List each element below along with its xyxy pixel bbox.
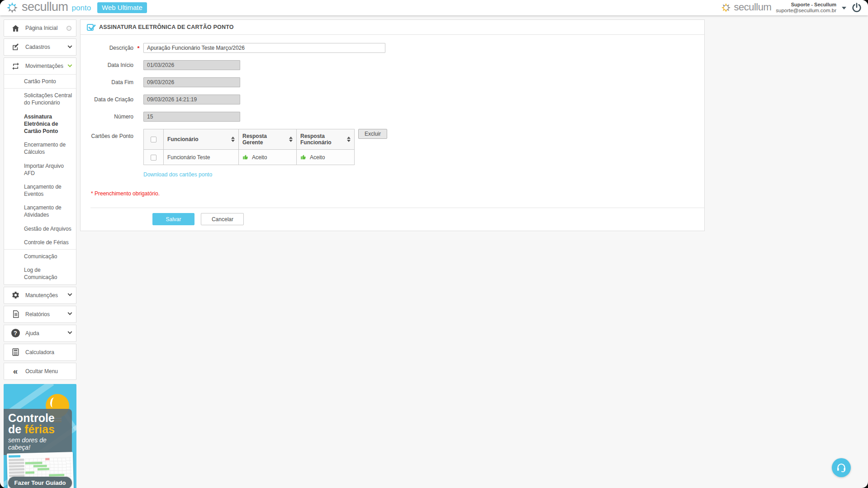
sidebar-item-manutencoes[interactable]: Manutenções	[4, 287, 76, 303]
banner-title-line2: de férias	[8, 424, 68, 436]
cell-resposta-funcionario: Aceito	[297, 150, 355, 165]
headset-icon	[836, 462, 847, 473]
column-header-funcionario[interactable]: Funcionário	[167, 136, 228, 142]
assinatura-panel: ASSINATURA ELETRÔNICA DE CARTÃO PONTO De…	[80, 19, 705, 231]
field-label-data-fim: Data Fim	[90, 79, 133, 85]
cartoes-table: Funcionário Resposta Gerente	[143, 129, 355, 165]
sidebar-item-comunicacao[interactable]: Comunicação	[4, 250, 76, 263]
account-brand-name: secullum	[734, 1, 771, 13]
collapse-menu-icon: «	[11, 367, 20, 376]
app-window: secullum ponto Web Ultimate	[0, 0, 868, 488]
sidebar-item-label: Manutenções	[25, 292, 68, 298]
chevron-down-icon	[68, 311, 72, 315]
sort-icon[interactable]	[231, 137, 235, 142]
document-icon	[11, 310, 20, 319]
sidebar-item-label: Página Inicial	[25, 25, 66, 31]
sidebar-item-cadastros[interactable]: Cadastros	[4, 39, 76, 55]
brand-badge: Web Ultimate	[97, 2, 147, 13]
sidebar-item-ajuda[interactable]: ? Ajuda	[4, 325, 76, 341]
banner-title-line1: Controle	[8, 412, 68, 424]
brand-name: secullum	[22, 1, 68, 13]
repeat-icon	[11, 62, 20, 71]
sidebar-item-relatorios[interactable]: Relatórios	[4, 306, 76, 322]
sidebar-item-lancamento-atividades[interactable]: Lançamento de Atividades	[4, 201, 76, 222]
sidebar-item-label: Calculadora	[25, 349, 71, 355]
sidebar-item-label: Cadastros	[25, 44, 68, 50]
sidebar-item-solicitacoes[interactable]: Solicitações Central do Funcionário	[4, 89, 76, 109]
chevron-down-icon	[68, 292, 72, 296]
user-menu-chevron-icon[interactable]	[842, 7, 846, 9]
salvar-button[interactable]: Salvar	[152, 213, 194, 225]
logout-button[interactable]	[851, 2, 863, 14]
column-header-resposta-funcionario[interactable]: Resposta Funcionário	[300, 133, 344, 146]
sidebar-item-label: Ajuda	[25, 330, 68, 336]
chevron-down-icon	[68, 43, 72, 48]
page-title: ASSINATURA ELETRÔNICA DE CARTÃO PONTO	[99, 24, 234, 30]
sidebar-item-lancamento-eventos[interactable]: Lançamento de Eventos	[4, 180, 76, 201]
sidebar-item-cartao-ponto[interactable]: Cartão Ponto	[4, 75, 76, 88]
secullum-star-icon	[721, 3, 731, 13]
user-menu[interactable]: Suporte - Secullum suporte@secullum.com.…	[776, 2, 836, 14]
tour-button[interactable]: Fazer Tour Guiado	[8, 477, 72, 488]
sidebar-item-encerramento[interactable]: Encerramento de Cálculos	[4, 138, 76, 159]
home-settings-icon[interactable]	[66, 26, 71, 31]
data-inicio-input	[143, 60, 240, 70]
gear-icon	[11, 291, 20, 300]
field-label-cartoes: Cartões de Ponto	[90, 129, 133, 139]
sidebar-item-movimentacoes[interactable]: Movimentações	[4, 58, 76, 74]
main-content: ASSINATURA ELETRÔNICA DE CARTÃO PONTO De…	[80, 19, 863, 231]
brand-product: ponto	[72, 4, 91, 13]
thumbs-up-icon	[242, 154, 249, 160]
power-icon	[851, 2, 862, 13]
sidebar-item-ocultar-menu[interactable]: « Ocultar Menu	[4, 363, 76, 379]
table-row: Funcionário Teste Aceito Aceito	[144, 150, 355, 165]
account-brand-logo: secullum	[721, 2, 771, 13]
data-criacao-input	[143, 95, 240, 104]
cell-funcionario: Funcionário Teste	[164, 150, 239, 165]
sort-icon[interactable]	[347, 137, 351, 142]
sidebar-item-calculadora[interactable]: Calculadora	[4, 344, 76, 360]
row-checkbox[interactable]	[151, 155, 157, 161]
edit-icon	[11, 43, 20, 52]
brand-logo[interactable]: secullum ponto Web Ultimate	[6, 2, 147, 14]
chevron-down-icon	[68, 330, 72, 334]
support-chat-button[interactable]	[832, 458, 851, 477]
sidebar-item-pagina-inicial[interactable]: Página Inicial	[4, 20, 76, 36]
movimentacoes-submenu: Cartão Ponto Solicitações Central do Fun…	[4, 74, 76, 284]
promo-banner[interactable]: Controle de férias sem dores de cabeça!	[4, 384, 76, 488]
sidebar-item-assinatura-eletronica[interactable]: Assinatura Eletrônica de Cartão Ponto	[4, 110, 76, 138]
select-all-checkbox[interactable]	[151, 137, 157, 142]
sidebar-item-controle-ferias[interactable]: Controle de Férias	[4, 236, 76, 249]
top-bar: secullum ponto Web Ultimate	[0, 0, 868, 15]
question-icon: ?	[11, 329, 20, 338]
sidebar: Página Inicial Cadastros	[4, 19, 76, 488]
field-label-data-criacao: Data de Criação	[90, 96, 133, 103]
sidebar-item-log-comunicacao[interactable]: Log de Comunicação	[4, 263, 76, 284]
field-label-numero: Número	[90, 114, 133, 120]
banner-text-plate: Controle de férias sem dores de cabeça!	[4, 409, 72, 455]
chevron-down-icon-expanded	[68, 62, 72, 67]
cancelar-button[interactable]: Cancelar	[201, 213, 244, 225]
thumbs-up-icon	[300, 154, 307, 160]
sort-icon[interactable]	[289, 137, 293, 142]
sidebar-item-label: Ocultar Menu	[25, 368, 71, 374]
descricao-input[interactable]	[143, 43, 385, 53]
data-fim-input	[143, 77, 240, 87]
home-icon	[11, 24, 20, 33]
excluir-button[interactable]: Excluir	[358, 129, 387, 139]
required-note: * Preenchimento obrigatório.	[91, 190, 704, 197]
banner-subtitle: sem dores de cabeça!	[8, 436, 68, 451]
banner-title-accent: férias	[24, 423, 55, 436]
download-cartoes-link[interactable]: Download dos cartões ponto	[143, 171, 212, 178]
column-header-resposta-gerente[interactable]: Resposta Gerente	[242, 133, 286, 146]
field-label-descricao: Descrição	[90, 45, 133, 51]
numero-input	[143, 112, 240, 122]
user-name: Suporte - Secullum	[776, 2, 836, 8]
sidebar-item-gestao-arquivos[interactable]: Gestão de Arquivos	[4, 222, 76, 236]
field-label-data-inicio: Data Início	[90, 62, 133, 68]
calculator-icon	[11, 348, 20, 357]
checked-box-icon	[87, 24, 94, 31]
sidebar-item-importar-afd[interactable]: Importar Arquivo AFD	[4, 159, 76, 180]
secullum-star-icon	[6, 2, 18, 14]
cell-resposta-gerente: Aceito	[239, 150, 297, 165]
